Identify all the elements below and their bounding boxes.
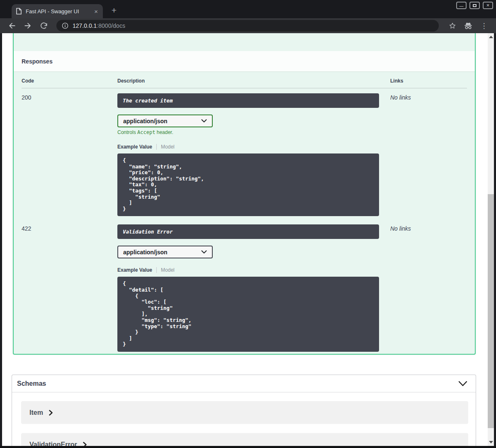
browser-tab[interactable]: Fast API - Swagger UI ×: [12, 4, 103, 18]
media-type-value: application/json: [123, 118, 168, 124]
minimize-button[interactable]: —: [456, 2, 467, 9]
close-icon: ×: [486, 3, 490, 7]
model-name: Item: [29, 409, 43, 416]
response-description-box: Validation Error: [117, 224, 379, 239]
browser-window: Fast API - Swagger UI × + — ×: [0, 0, 496, 448]
swagger-page: Responses Code Description Links 200 The…: [2, 33, 494, 446]
schemas-collapse-chevron-icon[interactable]: [458, 381, 467, 387]
scrollbar-up-arrow-icon[interactable]: [489, 36, 493, 38]
media-type-select[interactable]: application/json: [117, 246, 213, 258]
site-info-icon[interactable]: [62, 22, 68, 29]
scrollbar-down-arrow-icon[interactable]: [489, 441, 493, 443]
response-description-cell: Validation Error application/json Exampl…: [117, 224, 390, 352]
new-tab-button[interactable]: +: [109, 5, 119, 16]
response-description-box: The created item: [117, 93, 379, 108]
response-description-text: Validation Error: [123, 229, 173, 235]
incognito-indicator: [463, 21, 473, 31]
url-path: :8000/docs: [97, 22, 125, 29]
kebab-menu-icon: ⋮: [481, 22, 488, 30]
schemas-section: Schemas Item ValidationError: [12, 375, 476, 446]
accept-header-note: Controls Accept header.: [117, 129, 390, 135]
page-scrollbar[interactable]: [488, 33, 494, 446]
page-favicon-icon: [16, 8, 22, 15]
forward-button[interactable]: [23, 21, 32, 30]
back-arrow-icon: [8, 22, 16, 30]
maximize-button[interactable]: [469, 2, 480, 9]
accept-note-code: Accept: [137, 129, 155, 135]
models-list: Item ValidationError: [12, 392, 476, 446]
browser-toolbar: 127.0.0.1:8000/docs ⋮: [0, 18, 496, 33]
browser-menu-button[interactable]: ⋮: [479, 21, 489, 31]
chevron-right-icon: [49, 410, 53, 416]
schemas-header[interactable]: Schemas: [12, 375, 476, 392]
example-model-tabs: Example Value Model: [117, 144, 390, 150]
example-json-code: { "name": "string", "price": 0, "descrip…: [123, 158, 374, 212]
scrollbar-thumb[interactable]: [488, 194, 494, 428]
response-links: No links: [390, 93, 467, 216]
tab-model[interactable]: Model: [156, 144, 175, 150]
window-border-right: [494, 33, 496, 448]
response-links: No links: [390, 224, 467, 352]
model-item[interactable]: Item: [21, 401, 468, 424]
tab-example-value[interactable]: Example Value: [117, 144, 156, 150]
bookmark-button[interactable]: [447, 21, 457, 31]
responses-table-header: Code Description Links: [22, 71, 467, 88]
url-text: 127.0.0.1:8000/docs: [73, 22, 125, 29]
back-button[interactable]: [7, 21, 17, 30]
row-gap: [22, 216, 467, 219]
window-border-left: [0, 33, 2, 448]
reload-button[interactable]: [39, 21, 48, 30]
responses-section-header: Responses: [14, 51, 475, 71]
response-code: 422: [22, 224, 117, 352]
response-row-422: 422 Validation Error application/json: [22, 219, 467, 352]
response-description-text: The created item: [123, 97, 173, 104]
tab-close-icon[interactable]: ×: [93, 8, 99, 15]
col-header-code: Code: [22, 78, 117, 84]
responses-table: Code Description Links 200 The created i…: [14, 71, 475, 360]
close-button[interactable]: ×: [483, 2, 493, 9]
tab-example-value[interactable]: Example Value: [117, 267, 156, 273]
example-json-block: { "name": "string", "price": 0, "descrip…: [117, 153, 379, 216]
media-type-value: application/json: [123, 249, 168, 256]
url-bar[interactable]: 127.0.0.1:8000/docs: [56, 20, 439, 32]
schemas-title: Schemas: [17, 380, 46, 387]
example-json-block: { "detail": [ { "loc": [ "string" ], "ms…: [117, 277, 379, 352]
maximize-icon: [473, 4, 477, 7]
tab-title: Fast API - Swagger UI: [26, 8, 93, 15]
response-row-200: 200 The created item application/json Co…: [22, 88, 467, 216]
opblock-post-responses: Responses Code Description Links 200 The…: [13, 33, 476, 355]
responses-title: Responses: [22, 58, 53, 65]
window-border-bottom: [0, 446, 496, 448]
accept-note-prefix: Controls: [117, 129, 137, 135]
star-icon: [449, 22, 456, 29]
response-code: 200: [22, 93, 117, 216]
titlebar: Fast API - Swagger UI × + — ×: [0, 0, 496, 18]
chevron-down-icon: [201, 250, 207, 254]
chevron-down-icon: [201, 119, 207, 123]
model-name: ValidationError: [29, 441, 77, 446]
opblock-body-spacer: [14, 33, 475, 51]
window-controls: — ×: [456, 2, 493, 9]
tab-model[interactable]: Model: [156, 267, 175, 273]
media-type-select[interactable]: application/json: [117, 114, 213, 127]
response-description-cell: The created item application/json Contro…: [117, 93, 390, 216]
example-json-code: { "detail": [ { "loc": [ "string" ], "ms…: [123, 281, 374, 348]
model-validationerror[interactable]: ValidationError: [21, 433, 468, 446]
example-model-tabs: Example Value Model: [117, 267, 390, 273]
forward-arrow-icon: [24, 22, 32, 30]
incognito-icon: [464, 22, 473, 29]
minimize-icon: —: [460, 4, 464, 8]
url-host: 127.0.0.1: [73, 22, 97, 29]
col-header-description: Description: [117, 78, 390, 84]
accept-note-suffix: header.: [155, 129, 173, 135]
reload-icon: [40, 22, 48, 30]
chevron-right-icon: [83, 442, 87, 446]
col-header-links: Links: [390, 78, 467, 84]
